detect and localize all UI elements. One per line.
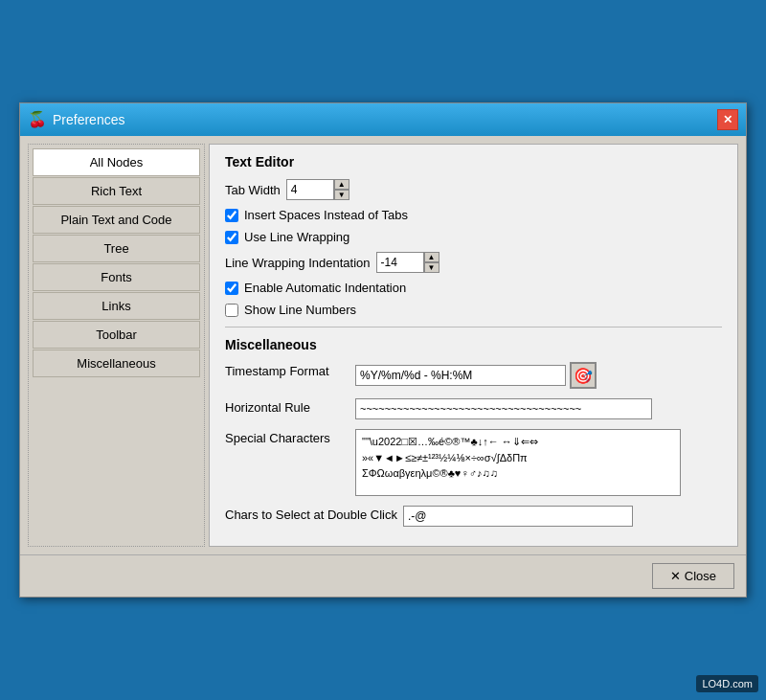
- horizontal-rule-row: Horizontal Rule: [225, 398, 722, 419]
- line-wrapping-indentation-input[interactable]: [376, 252, 424, 273]
- chars-double-click-label: Chars to Select at Double Click: [225, 506, 397, 522]
- tab-width-row: Tab Width ▲ ▼: [225, 179, 722, 200]
- content-area: Text Editor Tab Width ▲ ▼ Insert Spaces …: [209, 144, 738, 547]
- tab-width-down-button[interactable]: ▼: [334, 190, 349, 200]
- footer: ✕ Close: [20, 554, 746, 597]
- misc-section-title: Miscellaneous: [225, 337, 722, 352]
- window-body: All Nodes Rich Text Plain Text and Code …: [20, 136, 746, 554]
- tab-width-input[interactable]: [286, 179, 334, 200]
- text-editor-section-title: Text Editor: [225, 154, 722, 169]
- line-wrapping-row: Use Line Wrapping: [225, 230, 722, 244]
- sidebar-item-rich-text[interactable]: Rich Text: [33, 177, 200, 205]
- horizontal-rule-label: Horizontal Rule: [225, 398, 349, 415]
- special-chars-line1: ""\u2022□☒…‰é©®™♣↓↑← ↔⇓⇐⇔: [362, 434, 674, 450]
- title-bar: 🍒 Preferences ✕: [20, 103, 746, 136]
- sidebar-item-toolbar[interactable]: Toolbar: [33, 321, 200, 349]
- auto-indentation-label: Enable Automatic Indentation: [244, 281, 406, 295]
- show-line-numbers-row: Show Line Numbers: [225, 303, 722, 317]
- indentation-down-button[interactable]: ▼: [424, 262, 439, 273]
- insert-spaces-row: Insert Spaces Instead of Tabs: [225, 208, 722, 222]
- line-wrapping-indentation-label: Line Wrapping Indentation: [225, 256, 371, 270]
- line-wrapping-indentation-spinner[interactable]: ▲ ▼: [376, 252, 439, 273]
- title-bar-left: 🍒 Preferences: [28, 110, 124, 129]
- special-chars-row: Special Characters ""\u2022□☒…‰é©®™♣↓↑← …: [225, 429, 722, 496]
- horizontal-rule-input[interactable]: [355, 398, 652, 419]
- preferences-window: 🍒 Preferences ✕ All Nodes Rich Text Plai…: [19, 102, 747, 598]
- insert-spaces-label: Insert Spaces Instead of Tabs: [244, 208, 408, 222]
- special-chars-line2: »«▼◄►≤≥≠±¹²³½¼⅛×÷∞σ√∫ΔδΠπ: [362, 450, 674, 466]
- indentation-up-button[interactable]: ▲: [424, 252, 439, 262]
- close-icon: ✕: [670, 569, 681, 583]
- timestamp-format-input-group: 🎯: [355, 362, 597, 389]
- sidebar: All Nodes Rich Text Plain Text and Code …: [28, 144, 205, 547]
- sidebar-item-links[interactable]: Links: [33, 292, 200, 320]
- close-button[interactable]: ✕ Close: [652, 563, 734, 589]
- line-wrapping-indentation-row: Line Wrapping Indentation ▲ ▼: [225, 252, 722, 273]
- chars-double-click-input[interactable]: [403, 506, 633, 527]
- insert-spaces-checkbox[interactable]: [225, 209, 238, 222]
- line-wrapping-checkbox[interactable]: [225, 231, 238, 244]
- special-chars-box[interactable]: ""\u2022□☒…‰é©®™♣↓↑← ↔⇓⇐⇔ »«▼◄►≤≥≠±¹²³½¼…: [355, 429, 681, 496]
- show-line-numbers-checkbox[interactable]: [225, 304, 238, 317]
- section-divider: [225, 327, 722, 327]
- timestamp-format-row: Timestamp Format 🎯: [225, 362, 722, 389]
- auto-indentation-row: Enable Automatic Indentation: [225, 281, 722, 295]
- close-label: Close: [685, 569, 716, 583]
- tab-width-spin-buttons: ▲ ▼: [334, 179, 349, 200]
- timestamp-format-icon-button[interactable]: 🎯: [570, 362, 597, 389]
- window-title: Preferences: [53, 112, 124, 127]
- window-close-button[interactable]: ✕: [717, 109, 738, 130]
- special-chars-label: Special Characters: [225, 429, 349, 445]
- indentation-spin-buttons: ▲ ▼: [424, 252, 439, 273]
- tab-width-spinner[interactable]: ▲ ▼: [286, 179, 349, 200]
- tab-width-up-button[interactable]: ▲: [334, 179, 349, 190]
- sidebar-item-all-nodes[interactable]: All Nodes: [33, 148, 200, 176]
- show-line-numbers-label: Show Line Numbers: [244, 303, 356, 317]
- timestamp-format-label: Timestamp Format: [225, 362, 349, 378]
- sidebar-item-miscellaneous[interactable]: Miscellaneous: [33, 350, 200, 377]
- watermark: LO4D.com: [696, 675, 758, 692]
- sidebar-item-plain-text[interactable]: Plain Text and Code: [33, 206, 200, 234]
- timestamp-format-input[interactable]: [355, 365, 566, 386]
- line-wrapping-label: Use Line Wrapping: [244, 230, 349, 244]
- sidebar-item-fonts[interactable]: Fonts: [33, 263, 200, 291]
- tab-width-label: Tab Width: [225, 183, 281, 197]
- app-icon: 🍒: [28, 110, 47, 129]
- auto-indentation-checkbox[interactable]: [225, 282, 238, 295]
- sidebar-item-tree[interactable]: Tree: [33, 235, 200, 262]
- special-chars-line3: ΣΦΩωαβγεηλμ©®♣♥♀♂♪♫♫: [362, 465, 674, 482]
- chars-double-click-row: Chars to Select at Double Click: [225, 506, 722, 527]
